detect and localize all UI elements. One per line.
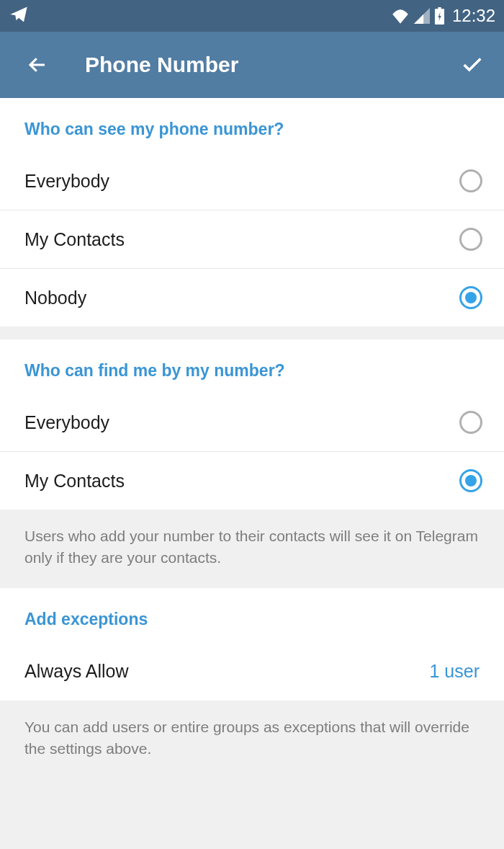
battery-charging-icon (434, 7, 445, 25)
wifi-icon (391, 8, 410, 24)
radio-label: My Contacts (24, 471, 459, 492)
radio-option-everybody[interactable]: Everybody (0, 152, 504, 210)
exception-label: Always Allow (24, 661, 430, 682)
page-title: Phone Number (85, 53, 455, 77)
radio-indicator (459, 286, 482, 309)
exception-value: 1 user (430, 661, 480, 682)
radio-option-my-contacts[interactable]: My Contacts (0, 452, 504, 510)
telegram-icon (9, 4, 29, 25)
radio-option-everybody[interactable]: Everybody (0, 394, 504, 452)
svg-rect-1 (438, 7, 441, 9)
radio-option-my-contacts[interactable]: My Contacts (0, 210, 504, 269)
radio-indicator (459, 469, 482, 492)
radio-label: Everybody (24, 412, 459, 433)
radio-label: My Contacts (24, 229, 459, 250)
radio-option-nobody[interactable]: Nobody (0, 269, 504, 326)
section-header: Who can find me by my number? (0, 339, 504, 394)
cellular-icon (414, 8, 430, 24)
radio-indicator (459, 169, 482, 192)
radio-label: Nobody (24, 288, 459, 308)
section-header: Who can see my phone number? (0, 98, 504, 152)
arrow-left-icon (27, 54, 48, 76)
section-find-number: Who can find me by my number? Everybody … (0, 339, 504, 510)
section-see-number: Who can see my phone number? Everybody M… (0, 98, 504, 326)
check-icon (460, 53, 485, 77)
radio-indicator (459, 228, 482, 251)
bottom-area (0, 770, 504, 849)
section-header: Add exceptions (0, 588, 504, 642)
back-button[interactable] (20, 48, 55, 82)
section-footer: Users who add your number to their conta… (0, 510, 504, 588)
section-exceptions: Add exceptions Always Allow 1 user (0, 588, 504, 701)
exception-always-allow[interactable]: Always Allow 1 user (0, 642, 504, 701)
section-divider (0, 326, 504, 339)
radio-label: Everybody (24, 171, 459, 192)
section-footer: You can add users or entire groups as ex… (0, 701, 504, 779)
confirm-button[interactable] (455, 48, 490, 82)
status-bar: 12:32 (0, 0, 504, 32)
app-bar: Phone Number (0, 32, 504, 98)
status-time: 12:32 (452, 6, 495, 26)
radio-indicator (459, 411, 482, 434)
